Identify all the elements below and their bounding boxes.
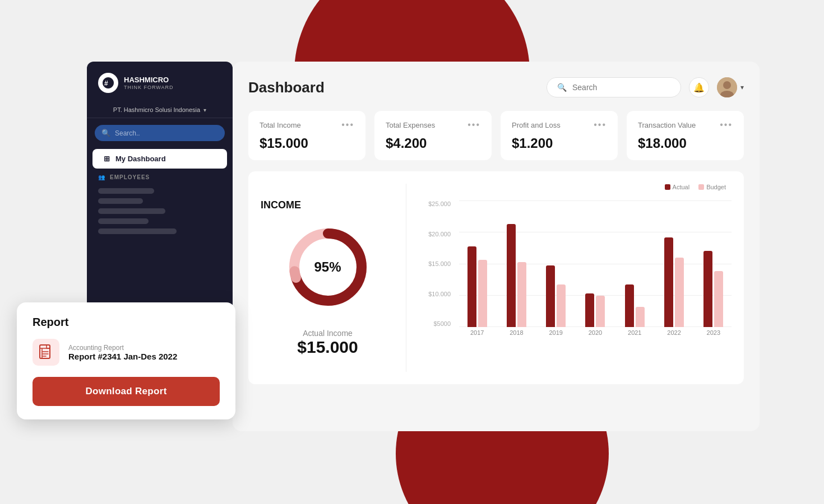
kpi-label-transaction: Transaction Value	[638, 121, 696, 129]
bar-actual	[585, 293, 594, 327]
download-report-button[interactable]: Download Report	[33, 377, 220, 406]
sidebar-skeleton-5	[98, 228, 177, 234]
bar-budget	[636, 307, 645, 327]
notification-button[interactable]: 🔔	[689, 77, 709, 97]
sidebar-section-employees: 👥 EMPLOYEES	[87, 169, 233, 184]
report-file-info: Accounting Report Report #2341 Jan-Des 2…	[68, 344, 177, 361]
report-file-icon	[33, 339, 59, 366]
bar-actual	[467, 246, 476, 327]
y-label-5000: $5000	[420, 320, 451, 327]
kpi-label-profit: Profit and Loss	[512, 121, 561, 129]
actual-income-value: $15.000	[297, 338, 358, 357]
dashboard-header: Dashboard 🔍 🔔 ▾	[248, 77, 744, 97]
sidebar-logo: # HASHMICRO THINK FORWARD	[87, 73, 233, 102]
bar-group	[538, 215, 574, 327]
bar-group	[577, 215, 613, 327]
income-title: INCOME	[261, 199, 301, 211]
kpi-label-income: Total Income	[260, 121, 301, 129]
bell-icon: 🔔	[693, 82, 705, 93]
kpi-more-income[interactable]: •••	[341, 120, 354, 130]
user-chevron-icon: ▾	[740, 83, 744, 91]
svg-text:#: #	[104, 80, 108, 87]
kpi-value-transaction: $18.000	[638, 136, 733, 151]
brand-tagline: THINK FORWARD	[124, 85, 174, 90]
sidebar-skeleton-3	[98, 208, 165, 214]
main-dashboard-card: Dashboard 🔍 🔔 ▾	[233, 62, 760, 431]
brand-name: HASHMICRO	[124, 76, 174, 85]
report-card: Report Accounting Report Report #2341 Ja…	[17, 302, 235, 419]
report-file-type: Accounting Report	[68, 344, 177, 352]
bar-budget	[557, 284, 566, 327]
chevron-down-icon: ▾	[203, 107, 206, 113]
bar-actual	[507, 224, 516, 327]
bar-actual	[703, 251, 712, 327]
bar-budget	[714, 271, 723, 327]
kpi-card-profit: Profit and Loss ••• $1.200	[501, 111, 618, 160]
kpi-more-expenses[interactable]: •••	[467, 120, 480, 130]
sidebar-skeleton-1	[98, 188, 154, 194]
year-labels: 2017201820192020202120222023	[459, 329, 732, 336]
y-label-10000: $10.000	[420, 291, 451, 297]
sidebar-skeleton-2	[98, 198, 143, 204]
report-title: Report	[33, 316, 220, 329]
kpi-card-expenses: Total Expenses ••• $4.200	[374, 111, 492, 160]
sidebar-search-input[interactable]	[115, 129, 218, 137]
search-icon: 🔍	[101, 129, 110, 137]
section-label: EMPLOYEES	[110, 174, 150, 180]
avatar	[717, 77, 737, 97]
bar-actual	[625, 284, 634, 327]
bar-group	[459, 215, 495, 327]
sidebar: # HASHMICRO THINK FORWARD PT. Hashmicro …	[87, 62, 233, 319]
kpi-card-income: Total Income ••• $15.000	[248, 111, 365, 160]
income-left: INCOME 95% Actual Income $15.000	[261, 184, 406, 372]
bar-year-label: 2017	[459, 329, 495, 336]
kpi-label-expenses: Total Expenses	[386, 121, 435, 129]
company-name: PT. Hashmicro Solusi Indonesia	[113, 106, 200, 113]
header-right: 🔍 🔔 ▾	[547, 77, 744, 97]
y-label-20000: $20.000	[420, 231, 451, 237]
employees-icon: 👥	[98, 174, 105, 180]
income-right: Actual Budget $25.000 $20.000 $15.000 $1…	[406, 184, 732, 372]
kpi-more-transaction[interactable]: •••	[720, 120, 733, 130]
bar-budget	[675, 258, 684, 327]
company-selector[interactable]: PT. Hashmicro Solusi Indonesia ▾	[87, 102, 233, 118]
search-bar[interactable]: 🔍	[547, 77, 681, 97]
kpi-value-income: $15.000	[260, 136, 354, 151]
user-menu-button[interactable]: ▾	[717, 77, 744, 97]
sidebar-item-label: My Dashboard	[115, 155, 166, 163]
sidebar-item-dashboard[interactable]: ⊞ My Dashboard	[92, 149, 227, 169]
logo-icon: #	[98, 73, 118, 93]
bar-year-label: 2018	[498, 329, 534, 336]
y-label-25000: $25.000	[420, 200, 451, 207]
bar-year-label: 2019	[538, 329, 574, 336]
kpi-cards-row: Total Income ••• $15.000 Total Expenses …	[248, 111, 744, 160]
bar-group	[656, 215, 692, 327]
sidebar-search[interactable]: 🔍	[95, 125, 225, 141]
bar-chart	[459, 200, 732, 327]
donut-percent: 95%	[314, 259, 341, 275]
y-label-15000: $15.000	[420, 260, 451, 267]
bar-year-label: 2021	[617, 329, 652, 336]
page-title: Dashboard	[248, 79, 325, 96]
donut-chart: 95%	[283, 222, 373, 312]
sidebar-skeleton-4	[98, 218, 149, 224]
svg-point-2	[723, 81, 731, 89]
report-file-name: Report #2341 Jan-Des 2022	[68, 352, 177, 361]
dashboard-icon: ⊞	[104, 155, 110, 163]
search-input[interactable]	[572, 83, 670, 92]
bar-year-label: 2023	[696, 329, 732, 336]
bar-actual	[546, 265, 555, 327]
bar-budget	[478, 260, 487, 327]
bar-year-label: 2020	[577, 329, 613, 336]
bar-budget	[517, 262, 526, 327]
kpi-value-expenses: $4.200	[386, 136, 480, 151]
kpi-more-profit[interactable]: •••	[594, 120, 607, 130]
bar-year-label: 2022	[656, 329, 692, 336]
income-section: INCOME 95% Actual Income $15.000	[248, 171, 744, 384]
bar-group	[696, 215, 732, 327]
bar-actual	[664, 237, 673, 327]
bar-group	[617, 215, 652, 327]
actual-income-label: Actual Income	[303, 329, 353, 338]
search-icon: 🔍	[557, 83, 567, 92]
bar-group	[498, 215, 534, 327]
